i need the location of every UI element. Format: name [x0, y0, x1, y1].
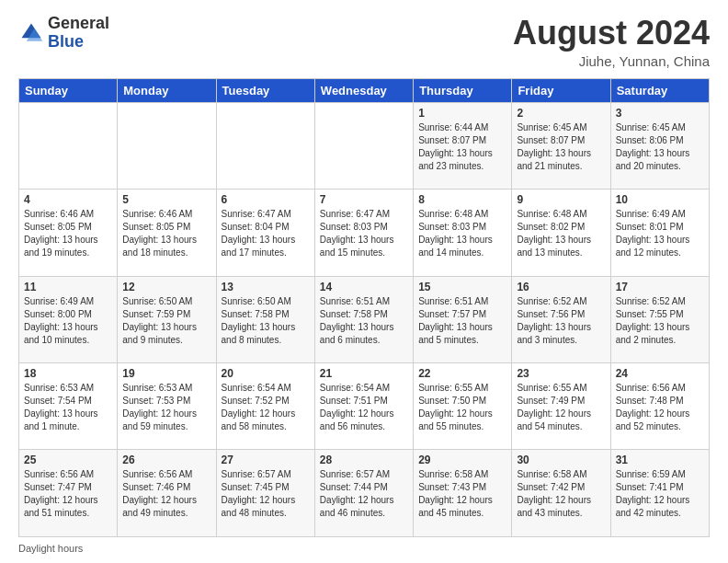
calendar-day-cell: 26Sunrise: 6:56 AM Sunset: 7:46 PM Dayli…	[118, 450, 216, 537]
day-info: Sunrise: 6:46 AM Sunset: 8:05 PM Dayligh…	[122, 208, 210, 259]
day-number: 5	[122, 193, 210, 206]
calendar-day-cell: 3Sunrise: 6:45 AM Sunset: 8:06 PM Daylig…	[610, 102, 709, 189]
calendar-day-cell: 16Sunrise: 6:52 AM Sunset: 7:56 PM Dayli…	[512, 276, 610, 362]
day-number: 8	[418, 193, 506, 206]
title-block: August 2024 Jiuhe, Yunnan, China	[513, 15, 710, 69]
calendar-day-cell: 23Sunrise: 6:55 AM Sunset: 7:49 PM Dayli…	[512, 363, 610, 450]
calendar-day-cell: 12Sunrise: 6:50 AM Sunset: 7:59 PM Dayli…	[118, 276, 216, 362]
day-number: 14	[320, 281, 408, 293]
calendar-day-cell: 10Sunrise: 6:49 AM Sunset: 8:01 PM Dayli…	[610, 190, 709, 276]
calendar-day-cell: 20Sunrise: 6:54 AM Sunset: 7:52 PM Dayli…	[216, 363, 314, 450]
calendar-day-cell: 22Sunrise: 6:55 AM Sunset: 7:50 PM Dayli…	[414, 363, 512, 450]
calendar-day-cell: 9Sunrise: 6:48 AM Sunset: 8:02 PM Daylig…	[512, 190, 610, 276]
day-info: Sunrise: 6:46 AM Sunset: 8:05 PM Dayligh…	[24, 208, 112, 259]
calendar-day-cell: 6Sunrise: 6:47 AM Sunset: 8:04 PM Daylig…	[216, 190, 314, 276]
day-info: Sunrise: 6:50 AM Sunset: 7:59 PM Dayligh…	[122, 295, 210, 347]
day-number: 13	[222, 281, 310, 293]
calendar-day-cell: 19Sunrise: 6:53 AM Sunset: 7:53 PM Dayli…	[118, 363, 216, 450]
calendar-header-cell: Wednesday	[314, 78, 413, 102]
calendar-header-cell: Thursday	[414, 78, 512, 102]
logo-blue: Blue	[48, 32, 84, 51]
day-info: Sunrise: 6:49 AM Sunset: 8:00 PM Dayligh…	[24, 295, 112, 347]
day-info: Sunrise: 6:47 AM Sunset: 8:04 PM Dayligh…	[222, 208, 310, 259]
day-info: Sunrise: 6:58 AM Sunset: 7:42 PM Dayligh…	[517, 468, 605, 520]
calendar-day-cell: 11Sunrise: 6:49 AM Sunset: 8:00 PM Dayli…	[19, 276, 118, 362]
logo-general: General	[48, 14, 109, 32]
day-info: Sunrise: 6:57 AM Sunset: 7:44 PM Dayligh…	[320, 468, 408, 520]
calendar-week-row: 1Sunrise: 6:44 AM Sunset: 8:07 PM Daylig…	[19, 102, 710, 189]
day-info: Sunrise: 6:51 AM Sunset: 7:58 PM Dayligh…	[320, 295, 408, 347]
calendar-day-cell: 28Sunrise: 6:57 AM Sunset: 7:44 PM Dayli…	[314, 450, 413, 537]
calendar-day-cell: 17Sunrise: 6:52 AM Sunset: 7:55 PM Dayli…	[610, 276, 709, 362]
day-info: Sunrise: 6:57 AM Sunset: 7:45 PM Dayligh…	[222, 468, 310, 520]
location: Jiuhe, Yunnan, China	[513, 53, 710, 69]
day-info: Sunrise: 6:52 AM Sunset: 7:55 PM Dayligh…	[616, 295, 704, 347]
day-number: 23	[517, 367, 605, 380]
day-number: 27	[222, 454, 310, 466]
calendar-week-row: 25Sunrise: 6:56 AM Sunset: 7:47 PM Dayli…	[19, 450, 710, 537]
calendar-header-cell: Monday	[118, 78, 216, 102]
day-info: Sunrise: 6:56 AM Sunset: 7:47 PM Dayligh…	[24, 468, 112, 520]
logo: General Blue	[18, 15, 109, 52]
day-number: 1	[418, 107, 506, 120]
day-number: 19	[122, 367, 210, 380]
day-number: 18	[24, 367, 112, 380]
day-number: 17	[616, 281, 704, 293]
calendar-day-cell: 25Sunrise: 6:56 AM Sunset: 7:47 PM Dayli…	[19, 450, 118, 537]
footer: Daylight hours	[18, 543, 710, 554]
calendar-week-row: 18Sunrise: 6:53 AM Sunset: 7:54 PM Dayli…	[19, 363, 710, 450]
day-info: Sunrise: 6:55 AM Sunset: 7:50 PM Dayligh…	[418, 382, 506, 433]
day-info: Sunrise: 6:50 AM Sunset: 7:58 PM Dayligh…	[222, 295, 310, 347]
calendar-day-cell: 8Sunrise: 6:48 AM Sunset: 8:03 PM Daylig…	[414, 190, 512, 276]
calendar-day-cell: 14Sunrise: 6:51 AM Sunset: 7:58 PM Dayli…	[314, 276, 413, 362]
calendar-header-cell: Saturday	[610, 78, 709, 102]
day-info: Sunrise: 6:54 AM Sunset: 7:52 PM Dayligh…	[222, 382, 310, 433]
calendar-day-cell: 30Sunrise: 6:58 AM Sunset: 7:42 PM Dayli…	[512, 450, 610, 537]
day-info: Sunrise: 6:58 AM Sunset: 7:43 PM Dayligh…	[418, 468, 506, 520]
day-info: Sunrise: 6:48 AM Sunset: 8:03 PM Dayligh…	[418, 208, 506, 259]
day-info: Sunrise: 6:45 AM Sunset: 8:07 PM Dayligh…	[517, 121, 605, 173]
calendar-day-cell: 4Sunrise: 6:46 AM Sunset: 8:05 PM Daylig…	[19, 190, 118, 276]
day-number: 2	[517, 107, 605, 120]
day-info: Sunrise: 6:47 AM Sunset: 8:03 PM Dayligh…	[320, 208, 408, 259]
month-title: August 2024	[513, 15, 710, 52]
day-info: Sunrise: 6:56 AM Sunset: 7:48 PM Dayligh…	[616, 382, 704, 433]
day-number: 24	[616, 367, 704, 380]
calendar-header-row: SundayMondayTuesdayWednesdayThursdayFrid…	[19, 78, 710, 102]
calendar-header-cell: Tuesday	[216, 78, 314, 102]
day-info: Sunrise: 6:52 AM Sunset: 7:56 PM Dayligh…	[517, 295, 605, 347]
calendar-day-cell: 1Sunrise: 6:44 AM Sunset: 8:07 PM Daylig…	[414, 102, 512, 189]
calendar-header-cell: Sunday	[19, 78, 118, 102]
page: General Blue August 2024 Jiuhe, Yunnan, …	[0, 0, 728, 563]
calendar-day-cell: 18Sunrise: 6:53 AM Sunset: 7:54 PM Dayli…	[19, 363, 118, 450]
day-info: Sunrise: 6:44 AM Sunset: 8:07 PM Dayligh…	[418, 121, 506, 173]
day-number: 28	[320, 454, 408, 466]
header: General Blue August 2024 Jiuhe, Yunnan, …	[18, 15, 710, 69]
day-number: 3	[616, 107, 704, 120]
day-info: Sunrise: 6:55 AM Sunset: 7:49 PM Dayligh…	[517, 382, 605, 433]
day-number: 6	[222, 193, 310, 206]
logo-text: General Blue	[48, 15, 109, 52]
day-number: 9	[517, 193, 605, 206]
calendar-day-cell: 13Sunrise: 6:50 AM Sunset: 7:58 PM Dayli…	[216, 276, 314, 362]
day-number: 25	[24, 454, 112, 466]
day-number: 31	[616, 454, 704, 466]
day-info: Sunrise: 6:54 AM Sunset: 7:51 PM Dayligh…	[320, 382, 408, 433]
day-number: 30	[517, 454, 605, 466]
day-info: Sunrise: 6:56 AM Sunset: 7:46 PM Dayligh…	[122, 468, 210, 520]
footer-label: Daylight hours	[18, 543, 83, 554]
day-number: 21	[320, 367, 408, 380]
day-info: Sunrise: 6:48 AM Sunset: 8:02 PM Dayligh…	[517, 208, 605, 259]
calendar-day-cell: 2Sunrise: 6:45 AM Sunset: 8:07 PM Daylig…	[512, 102, 610, 189]
calendar-day-cell: 29Sunrise: 6:58 AM Sunset: 7:43 PM Dayli…	[414, 450, 512, 537]
calendar-day-cell	[216, 102, 314, 189]
day-number: 7	[320, 193, 408, 206]
calendar-day-cell: 5Sunrise: 6:46 AM Sunset: 8:05 PM Daylig…	[118, 190, 216, 276]
day-number: 4	[24, 193, 112, 206]
day-info: Sunrise: 6:53 AM Sunset: 7:54 PM Dayligh…	[24, 382, 112, 433]
day-number: 12	[122, 281, 210, 293]
calendar-day-cell	[314, 102, 413, 189]
calendar-day-cell: 21Sunrise: 6:54 AM Sunset: 7:51 PM Dayli…	[314, 363, 413, 450]
day-number: 11	[24, 281, 112, 293]
calendar-week-row: 11Sunrise: 6:49 AM Sunset: 8:00 PM Dayli…	[19, 276, 710, 362]
